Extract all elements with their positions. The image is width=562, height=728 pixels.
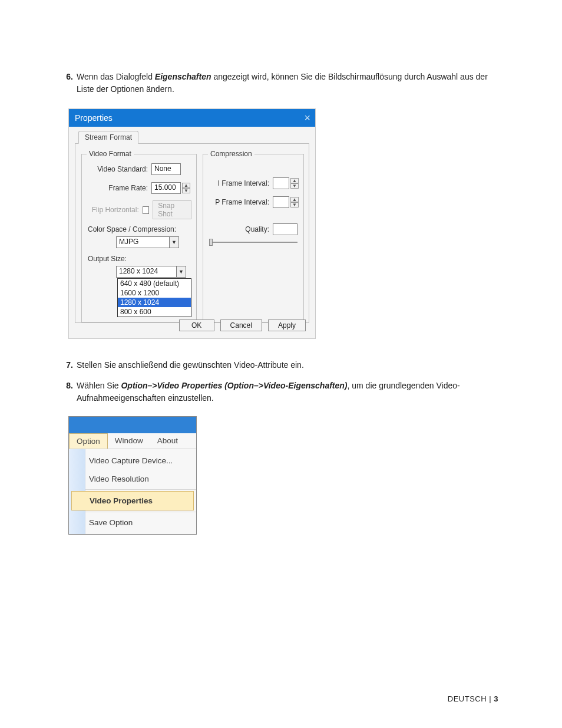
step-8-pre: Wählen Sie	[77, 381, 121, 390]
menubar: Option Window About	[69, 433, 196, 449]
menu-item-video-capture-device[interactable]: Video Capture Device...	[85, 452, 196, 470]
slider-thumb-icon[interactable]	[209, 239, 213, 246]
step-7: 7. Stellen Sie anschließend die gewünsch…	[64, 359, 498, 371]
label-flip-horizontal: Flip Horizontal:	[87, 206, 143, 214]
input-pframe-interval[interactable]	[273, 196, 289, 208]
step-6-pre: Wenn das Dialogfeld	[77, 72, 155, 81]
chevron-down-icon[interactable]: ▼	[290, 202, 299, 207]
input-frame-rate[interactable]: 15.000	[151, 182, 181, 194]
chevron-up-icon[interactable]: ▲	[290, 197, 299, 202]
size-option-3[interactable]: 800 x 600	[118, 307, 191, 317]
window-titlebar	[69, 417, 196, 433]
group-compression-legend: Compression	[208, 150, 254, 158]
dropdown-arrow-icon[interactable]: ▼	[176, 266, 186, 278]
dialog-title: Properties	[75, 113, 113, 123]
group-video-format-legend: Video Format	[87, 150, 134, 158]
group-video-format: Video Format Video Standard: None Frame …	[81, 150, 197, 322]
label-frame-rate: Frame Rate:	[87, 184, 151, 192]
menu-separator	[85, 489, 196, 490]
label-quality: Quality:	[208, 225, 273, 233]
combo-color-space[interactable]: MJPG ▼	[116, 236, 179, 248]
page-footer: DEUTSCH | 3	[448, 694, 498, 703]
step-6-number: 6.	[64, 71, 77, 95]
combo-output-size[interactable]: 1280 x 1024 ▼	[116, 266, 186, 278]
chevron-down-icon[interactable]: ▼	[290, 183, 299, 189]
value-color-space: MJPG	[116, 236, 169, 248]
footer-page: 3	[494, 694, 498, 703]
checkbox-flip-horizontal[interactable]	[143, 206, 149, 214]
output-size-dropdown-list[interactable]: 640 x 480 (default) 1600 x 1200 1280 x 1…	[117, 278, 191, 317]
footer-lang: DEUTSCH	[448, 694, 487, 703]
chevron-up-icon[interactable]: ▲	[182, 183, 190, 188]
step-6: 6. Wenn das Dialogfeld Eigenschaften ang…	[64, 71, 498, 95]
chevron-up-icon[interactable]: ▲	[290, 178, 299, 183]
close-icon[interactable]: ×	[304, 112, 310, 124]
group-compression: Compression I Frame Interval: ▲ ▼ P Fram…	[203, 150, 304, 322]
label-output-size: Output Size:	[88, 255, 191, 263]
size-option-0[interactable]: 640 x 480 (default)	[118, 279, 191, 288]
cancel-button[interactable]: Cancel	[220, 319, 262, 331]
label-video-standard: Video Standard:	[87, 165, 151, 173]
step-8-text: Wählen Sie Option–>Video Properties (Opt…	[77, 380, 498, 404]
step-7-number: 7.	[64, 359, 77, 371]
frame-rate-spinner[interactable]: ▲ ▼	[182, 183, 190, 193]
step-8: 8. Wählen Sie Option–>Video Properties (…	[64, 380, 498, 404]
menu-item-video-resolution[interactable]: Video Resolution	[85, 470, 196, 488]
dialog-titlebar: Properties ×	[69, 109, 315, 127]
chevron-down-icon[interactable]: ▼	[182, 188, 190, 193]
menu-option[interactable]: Option	[69, 433, 108, 449]
quality-slider[interactable]	[209, 242, 297, 243]
step-6-bold: Eigenschaften	[155, 72, 211, 81]
menu-item-video-properties[interactable]: Video Properties	[71, 491, 194, 510]
size-option-1[interactable]: 1600 x 1200	[118, 288, 191, 298]
input-quality[interactable]	[273, 223, 297, 235]
label-color-space: Color Space / Compression:	[88, 225, 191, 233]
iframe-spinner[interactable]: ▲ ▼	[290, 178, 299, 189]
ok-button[interactable]: OK	[179, 319, 214, 331]
label-pframe-interval: P Frame Interval:	[208, 198, 273, 206]
input-iframe-interval[interactable]	[273, 177, 289, 189]
value-output-size: 1280 x 1024	[116, 266, 176, 278]
apply-button[interactable]: Apply	[268, 319, 306, 331]
footer-sep: |	[487, 694, 494, 703]
step-8-number: 8.	[64, 380, 77, 404]
value-video-standard: None	[151, 163, 181, 175]
menu-separator	[85, 512, 196, 512]
snap-shot-button[interactable]: Snap Shot	[153, 200, 191, 219]
tab-stream-format[interactable]: Stream Format	[78, 131, 138, 144]
menu-about[interactable]: About	[150, 433, 185, 449]
properties-dialog: Properties × Stream Format Video Format …	[68, 108, 316, 339]
step-6-text: Wenn das Dialogfeld Eigenschaften angeze…	[77, 71, 498, 95]
menu-window[interactable]: Window	[108, 433, 150, 449]
pframe-spinner[interactable]: ▲ ▼	[290, 197, 299, 207]
size-option-2[interactable]: 1280 x 1024	[118, 298, 191, 307]
option-menu-screenshot: Option Window About Video Capture Device…	[68, 416, 197, 535]
dropdown-arrow-icon[interactable]: ▼	[169, 236, 179, 248]
menu-dropdown: Video Capture Device... Video Resolution…	[69, 449, 196, 534]
label-iframe-interval: I Frame Interval:	[208, 179, 273, 187]
menu-item-save-option[interactable]: Save Option	[85, 513, 196, 532]
step-8-bold: Option–>Video Properties (Option–>Video-…	[121, 381, 347, 390]
step-7-text: Stellen Sie anschließend die gewünschten…	[77, 359, 498, 371]
